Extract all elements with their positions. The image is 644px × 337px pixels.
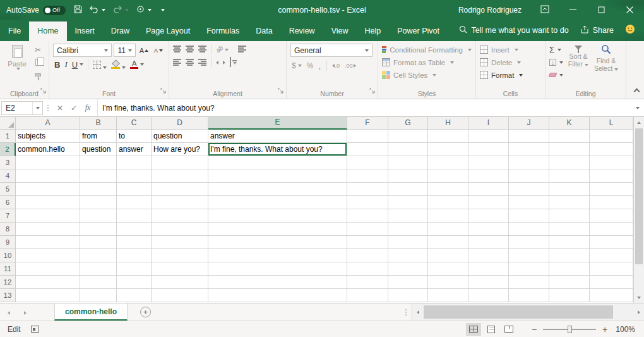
cell-D9[interactable] xyxy=(152,236,208,249)
cell-B5[interactable] xyxy=(80,183,117,196)
cell-D3[interactable] xyxy=(152,156,208,169)
cell-J7[interactable] xyxy=(509,209,549,223)
ribbon-tab-insert[interactable]: Insert xyxy=(67,21,103,41)
row-header-9[interactable]: 9 xyxy=(0,236,16,249)
cell-H1[interactable] xyxy=(428,130,468,143)
name-box-dropdown-icon[interactable] xyxy=(32,102,42,114)
cell-L8[interactable] xyxy=(590,223,633,236)
column-header-L[interactable]: L xyxy=(590,117,633,130)
cell-B8[interactable] xyxy=(80,223,117,236)
cell-E4[interactable] xyxy=(208,169,347,183)
cell-F6[interactable] xyxy=(347,196,388,209)
column-header-C[interactable]: C xyxy=(117,117,152,130)
cell-C13[interactable] xyxy=(117,289,152,302)
cell-D8[interactable] xyxy=(152,223,208,236)
cell-E5[interactable] xyxy=(208,183,347,196)
ribbon-tab-help[interactable]: Help xyxy=(357,21,390,41)
cell-F12[interactable] xyxy=(347,276,388,289)
cell-C3[interactable] xyxy=(117,156,152,169)
cell-C11[interactable] xyxy=(117,262,152,276)
paste-button[interactable]: Paste xyxy=(4,44,30,87)
format-as-table-button[interactable]: Format as Table xyxy=(382,56,472,68)
cell-D6[interactable] xyxy=(152,196,208,209)
cell-D12[interactable] xyxy=(152,276,208,289)
wrap-text-icon[interactable] xyxy=(238,45,246,52)
ribbon-tab-page-layout[interactable]: Page Layout xyxy=(138,21,198,41)
horizontal-scrollbar[interactable] xyxy=(412,303,644,321)
cell-A1[interactable]: subjects xyxy=(16,130,80,143)
clipboard-dialog-launcher[interactable] xyxy=(40,87,47,96)
align-middle-icon[interactable] xyxy=(186,45,194,52)
row-header-3[interactable]: 3 xyxy=(0,156,16,169)
undo-button[interactable] xyxy=(86,0,109,20)
ribbon-tab-formulas[interactable]: Formulas xyxy=(198,21,247,41)
cell-L6[interactable] xyxy=(590,196,633,209)
cell-H8[interactable] xyxy=(428,223,468,236)
cell-C7[interactable] xyxy=(117,209,152,223)
new-sheet-button[interactable]: + xyxy=(140,307,151,317)
cell-A10[interactable] xyxy=(16,249,80,262)
cell-K6[interactable] xyxy=(549,196,590,209)
cell-B11[interactable] xyxy=(80,262,117,276)
cell-F3[interactable] xyxy=(347,156,388,169)
cell-H4[interactable] xyxy=(428,169,468,183)
ribbon-tab-data[interactable]: Data xyxy=(247,21,280,41)
cell-F10[interactable] xyxy=(347,249,388,262)
cell-L9[interactable] xyxy=(590,236,633,249)
cell-L10[interactable] xyxy=(590,249,633,262)
row-header-13[interactable]: 13 xyxy=(0,289,16,302)
row-header-11[interactable]: 11 xyxy=(0,262,16,276)
maximize-button[interactable] xyxy=(587,0,616,20)
formula-input[interactable]: I'm fine, thanks. What about you? xyxy=(97,99,631,116)
user-name[interactable]: Rodrigo Rodriguez xyxy=(458,6,522,15)
comma-style-button[interactable]: , xyxy=(318,60,321,71)
cell-I4[interactable] xyxy=(468,169,509,183)
cell-B10[interactable] xyxy=(80,249,117,262)
zoom-in-button[interactable]: + xyxy=(601,324,609,334)
cell-L1[interactable] xyxy=(590,130,633,143)
normal-view-button[interactable] xyxy=(466,323,481,336)
cell-L7[interactable] xyxy=(590,209,633,223)
row-header-5[interactable]: 5 xyxy=(0,183,16,196)
cell-F9[interactable] xyxy=(347,236,388,249)
cell-A3[interactable] xyxy=(16,156,80,169)
cell-D10[interactable] xyxy=(152,249,208,262)
column-header-K[interactable]: K xyxy=(549,117,590,130)
cell-I1[interactable] xyxy=(468,130,509,143)
previous-sheet-icon[interactable] xyxy=(8,308,10,317)
column-header-I[interactable]: I xyxy=(468,117,509,130)
cell-H10[interactable] xyxy=(428,249,468,262)
cell-E11[interactable] xyxy=(208,262,347,276)
cell-J3[interactable] xyxy=(509,156,549,169)
cell-H9[interactable] xyxy=(428,236,468,249)
cell-J13[interactable] xyxy=(509,289,549,302)
cell-I10[interactable] xyxy=(468,249,509,262)
conditional-formatting-button[interactable]: Conditional Formatting xyxy=(382,44,472,56)
cell-H6[interactable] xyxy=(428,196,468,209)
cell-J4[interactable] xyxy=(509,169,549,183)
number-format-combo[interactable]: General xyxy=(290,44,373,57)
cell-I6[interactable] xyxy=(468,196,509,209)
sheet-grid[interactable]: ABCDEFGHIJKL1subjectsfromtoquestionanswe… xyxy=(0,117,633,303)
cell-styles-button[interactable]: Cell Styles xyxy=(382,69,472,81)
cell-A7[interactable] xyxy=(16,209,80,223)
cell-E7[interactable] xyxy=(208,209,347,223)
align-top-icon[interactable] xyxy=(173,45,181,52)
column-header-D[interactable]: D xyxy=(152,117,208,130)
ribbon-tab-view[interactable]: View xyxy=(323,21,357,41)
cell-J10[interactable] xyxy=(509,249,549,262)
orientation-button[interactable]: ab xyxy=(216,44,229,53)
cell-H3[interactable] xyxy=(428,156,468,169)
align-left-icon[interactable] xyxy=(173,58,181,66)
redo-button[interactable] xyxy=(110,0,132,20)
cell-G5[interactable] xyxy=(388,183,428,196)
cell-E9[interactable] xyxy=(208,236,347,249)
cell-L5[interactable] xyxy=(590,183,633,196)
scroll-left-icon[interactable] xyxy=(412,303,423,321)
row-header-2[interactable]: 2 xyxy=(0,143,16,156)
row-header-10[interactable]: 10 xyxy=(0,249,16,262)
borders-button[interactable] xyxy=(93,61,107,69)
cell-L13[interactable] xyxy=(590,289,633,302)
zoom-out-button[interactable]: − xyxy=(530,324,538,334)
vertical-scrollbar[interactable] xyxy=(633,117,644,303)
